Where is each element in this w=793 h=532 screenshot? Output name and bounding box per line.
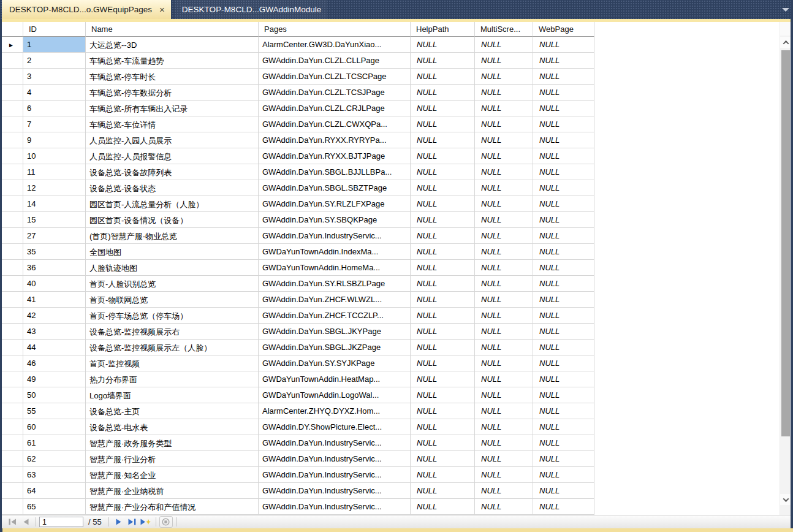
grid-cell[interactable]: NULL <box>411 164 475 180</box>
grid-cell[interactable]: GWAddin.DaYun.CLZL.CWXQPa... <box>259 116 411 132</box>
row-header[interactable] <box>2 419 23 435</box>
grid-cell[interactable]: NULL <box>533 499 594 515</box>
grid-cell[interactable]: NULL <box>533 403 594 419</box>
row-header[interactable] <box>2 324 23 340</box>
grid-cell[interactable]: 热力分布界面 <box>86 371 259 387</box>
grid-cell[interactable]: NULL <box>475 132 533 148</box>
grid-cell[interactable]: NULL <box>475 324 533 340</box>
grid-cell[interactable]: 首页-物联网总览 <box>86 292 259 308</box>
row-header[interactable] <box>2 308 23 324</box>
grid-cell[interactable]: 46 <box>23 355 86 371</box>
row-header[interactable] <box>2 132 23 148</box>
grid-cell[interactable]: 人脸轨迹地图 <box>86 260 259 276</box>
grid-cell[interactable]: NULL <box>475 260 533 276</box>
grid-cell[interactable]: GWAddin.DaYun.IndustryServic... <box>259 499 411 515</box>
grid-cell[interactable]: GWAddin.DaYun.IndustryServic... <box>259 467 411 483</box>
row-header[interactable] <box>2 387 23 403</box>
grid-cell[interactable]: 全国地图 <box>86 244 259 260</box>
grid-cell[interactable]: NULL <box>411 467 475 483</box>
grid-cell[interactable]: NULL <box>475 419 533 435</box>
grid-cell[interactable]: 43 <box>23 324 86 340</box>
grid-cell[interactable]: 设备总览-电水表 <box>86 419 259 435</box>
column-header-id[interactable]: ID <box>23 22 86 37</box>
grid-cell[interactable]: 首页-监控视频 <box>86 355 259 371</box>
row-header[interactable] <box>2 467 23 483</box>
grid-cell[interactable]: GWAddin.DaYun.IndustryServic... <box>259 451 411 467</box>
grid-cell[interactable]: NULL <box>475 292 533 308</box>
grid-cell[interactable]: NULL <box>475 69 533 85</box>
grid-cell[interactable]: NULL <box>475 451 533 467</box>
grid-cell[interactable]: NULL <box>475 148 533 164</box>
grid-cell[interactable]: AlarmCenter.ZHYQ.DYXZ.Hom... <box>259 403 411 419</box>
grid-cell[interactable]: 49 <box>23 371 86 387</box>
grid-cell[interactable]: GWAddin.DY.ShowPicture.Elect... <box>259 419 411 435</box>
grid-cell[interactable]: 设备总览-监控视频展示左（人脸） <box>86 340 259 355</box>
grid-cell[interactable]: 4 <box>23 85 86 101</box>
row-header[interactable] <box>2 164 23 180</box>
grid-cell[interactable]: 大运总览--3D <box>86 37 259 53</box>
row-header[interactable] <box>2 53 23 69</box>
grid-cell[interactable]: NULL <box>475 37 533 53</box>
grid-cell[interactable]: NULL <box>475 499 533 515</box>
row-header[interactable] <box>2 85 23 101</box>
grid-cell[interactable]: 40 <box>23 276 86 292</box>
grid-cell[interactable]: NULL <box>533 212 594 228</box>
grid-cell[interactable]: NULL <box>411 180 475 196</box>
record-position-input[interactable] <box>39 517 83 527</box>
grid-cell[interactable]: NULL <box>533 260 594 276</box>
grid-cell[interactable]: 41 <box>23 292 86 308</box>
grid-cell[interactable]: NULL <box>411 53 475 69</box>
grid-cell[interactable]: 62 <box>23 451 86 467</box>
grid-cell[interactable]: 6 <box>23 101 86 116</box>
column-header-name[interactable]: Name <box>86 22 259 37</box>
grid-cell[interactable]: NULL <box>533 292 594 308</box>
grid-cell[interactable]: NULL <box>475 276 533 292</box>
next-record-button[interactable] <box>112 517 126 528</box>
grid-cell[interactable]: GWDaYunTownAddin.HeatMap... <box>259 371 411 387</box>
grid-cell[interactable]: AlarmCenter.GW3D.DaYunXiao... <box>259 37 411 53</box>
grid-cell[interactable]: NULL <box>533 387 594 403</box>
grid-cell[interactable]: GWAddin.DaYun.SY.SYJKPage <box>259 355 411 371</box>
row-header[interactable]: ► <box>2 37 23 53</box>
grid-cell[interactable]: 55 <box>23 403 86 419</box>
grid-cell[interactable]: NULL <box>475 387 533 403</box>
row-header[interactable] <box>2 451 23 467</box>
row-header[interactable] <box>2 212 23 228</box>
grid-cell[interactable]: GWDaYunTownAddin.HomeMa... <box>259 260 411 276</box>
grid-cell[interactable]: 12 <box>23 180 86 196</box>
grid-cell[interactable]: 14 <box>23 196 86 212</box>
grid-cell[interactable]: NULL <box>475 180 533 196</box>
grid-cell[interactable]: GWAddin.DaYun.IndustryServic... <box>259 483 411 499</box>
row-header[interactable] <box>2 69 23 85</box>
column-header-multiscre[interactable]: MultiScre... <box>475 22 533 37</box>
grid-cell[interactable]: GWAddin.DaYun.ZHCF.WLWZL... <box>259 292 411 308</box>
row-header[interactable] <box>2 244 23 260</box>
grid-cell[interactable]: 车辆总览-车位详情 <box>86 116 259 132</box>
grid-cell[interactable]: 42 <box>23 308 86 324</box>
row-header[interactable] <box>2 276 23 292</box>
grid-cell[interactable]: GWDaYunTownAddin.LogoWal... <box>259 387 411 403</box>
grid-cell[interactable]: 人员监控-人员报警信息 <box>86 148 259 164</box>
scrollbar-thumb[interactable] <box>781 50 790 436</box>
grid-cell[interactable]: 设备总览-监控视频展示右 <box>86 324 259 340</box>
grid-cell[interactable]: NULL <box>411 196 475 212</box>
row-header[interactable] <box>2 292 23 308</box>
grid-cell[interactable]: NULL <box>475 467 533 483</box>
grid-cell[interactable]: NULL <box>411 308 475 324</box>
grid-cell[interactable]: GWAddin.DaYun.CLZL.CRJLPage <box>259 101 411 116</box>
grid-cell[interactable]: NULL <box>533 85 594 101</box>
scroll-down-button[interactable] <box>780 494 791 505</box>
row-header[interactable] <box>2 148 23 164</box>
grid-cell[interactable]: NULL <box>475 483 533 499</box>
grid-cell[interactable]: GWAddin.DaYun.SBGL.BJJLLBPa... <box>259 164 411 180</box>
row-header[interactable] <box>2 403 23 419</box>
grid-cell[interactable]: 车辆总览-所有车辆出入记录 <box>86 101 259 116</box>
grid-cell[interactable]: 车辆总览-停车时长 <box>86 69 259 85</box>
grid-cell[interactable]: GWAddin.DaYun.CLZL.CLLPage <box>259 53 411 69</box>
grid-cell[interactable]: NULL <box>533 276 594 292</box>
grid-cell[interactable]: 智慧产服·知名企业 <box>86 467 259 483</box>
grid-cell[interactable]: NULL <box>533 483 594 499</box>
row-header[interactable] <box>2 483 23 499</box>
grid-cell[interactable]: 车辆总览-车流量趋势 <box>86 53 259 69</box>
grid-cell[interactable]: 车辆总览-停车数据分析 <box>86 85 259 101</box>
